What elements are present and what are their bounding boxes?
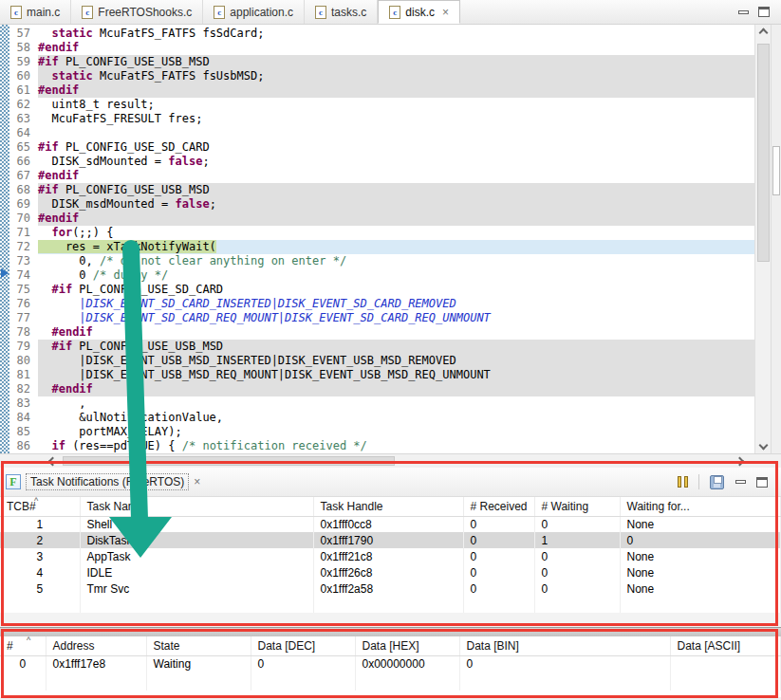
column-header[interactable]: Data [ASCII]: [670, 636, 781, 655]
code-line[interactable]: 81 |DISK_EVENT_USB_MSD_REQ_MOUNT|DISK_EV…: [9, 368, 754, 382]
table-row[interactable]: 1Shell0x1fff0cc800None: [0, 516, 781, 532]
cell: 1: [534, 532, 620, 548]
column-header[interactable]: State: [146, 636, 251, 655]
scroll-up-icon[interactable]: [759, 28, 769, 38]
vertical-scrollbar[interactable]: [754, 25, 771, 453]
code-line[interactable]: 80 |DISK_EVENT_USB_MSD_INSERTED|DISK_EVE…: [9, 354, 754, 368]
cell: IDLE: [80, 564, 313, 580]
code-line[interactable]: 61#endif: [9, 83, 754, 98]
splitter-sash[interactable]: [0, 627, 781, 636]
cell: 0x1fff1790: [313, 532, 463, 548]
code-line[interactable]: 59#if PL_CONFIG_USE_USB_MSD: [9, 55, 754, 69]
column-header[interactable]: Address: [46, 636, 146, 655]
maximize-icon[interactable]: [756, 477, 768, 488]
column-header[interactable]: # Waiting: [534, 497, 620, 516]
code-line[interactable]: 73 0, /* do not clear anything on enter …: [9, 254, 754, 268]
line-number: 74: [9, 268, 38, 283]
editor-tab-freertoshooks-c[interactable]: cFreeRTOShooks.c: [71, 0, 203, 24]
code-text: static McuFatFS_FATFS fsSdCard;: [38, 27, 754, 41]
c-file-icon: c: [389, 6, 400, 19]
save-icon[interactable]: [710, 475, 724, 489]
code-line[interactable]: 70#endif: [9, 212, 754, 226]
column-header[interactable]: Data [DEC]: [251, 636, 355, 655]
code-line[interactable]: 63 McuFatFS_FRESULT fres;: [9, 112, 754, 126]
code-text: 0, /* do not clear anything on enter */: [38, 254, 754, 268]
editor-tab-application-c[interactable]: capplication.c: [203, 0, 305, 24]
scroll-down-icon[interactable]: [759, 441, 769, 451]
code-line[interactable]: 74 0 /* dummy */: [9, 268, 754, 283]
code-line[interactable]: 83 ,: [9, 396, 754, 411]
code-text: #endif: [38, 41, 754, 55]
code-line[interactable]: 65#if PL_CONFIG_USE_SD_CARD: [9, 140, 754, 155]
sort-ascending-icon: ^: [34, 497, 38, 506]
editor-tab-main-c[interactable]: cmain.c: [0, 0, 71, 24]
code-line[interactable]: 68#if PL_CONFIG_USE_USB_MSD: [9, 183, 754, 197]
table-row[interactable]: 00x1fff17e8Waiting00x000000000: [0, 655, 781, 672]
column-header[interactable]: Task Name: [80, 497, 313, 516]
scroll-right-icon[interactable]: [735, 457, 745, 467]
column-header[interactable]: Task Handle: [313, 497, 463, 516]
editor-tab-tasks-c[interactable]: ctasks.c: [305, 0, 378, 24]
code-text: DISK_sdMounted = false;: [38, 155, 754, 169]
ide-window: cmain.ccFreeRTOShooks.ccapplication.ccta…: [0, 0, 781, 700]
minimize-icon[interactable]: [735, 477, 746, 487]
code-text: DISK_msdMounted = false;: [38, 197, 754, 212]
code-line[interactable]: 85 portMAX_DELAY);: [9, 425, 754, 439]
code-line[interactable]: 66 DISK_sdMounted = false;: [9, 155, 754, 169]
code-text: |DISK_EVENT_USB_MSD_INSERTED|DISK_EVENT_…: [38, 354, 754, 368]
table-row[interactable]: 3AppTask0x1fff21c800None: [0, 548, 781, 564]
column-header[interactable]: #^: [0, 636, 46, 655]
code-line[interactable]: 67#endif: [9, 169, 754, 183]
code-line[interactable]: 84 &ulNotificationValue,: [9, 411, 754, 425]
column-header[interactable]: Data [HEX]: [355, 636, 459, 655]
scroll-left-icon[interactable]: [48, 457, 58, 467]
view-tab-title[interactable]: Task Notifications (FreeRTOS): [26, 473, 189, 490]
code-line[interactable]: 71 for(;;) {: [9, 226, 754, 240]
horizontal-scrollbar[interactable]: [0, 453, 781, 468]
code-text: #endif: [38, 169, 754, 183]
code-line[interactable]: 72 res = xTaskNotifyWait(: [9, 240, 754, 254]
line-number: 83: [9, 396, 38, 411]
code-line[interactable]: 79 #if PL_CONFIG_USE_USB_MSD: [9, 340, 754, 354]
cell: DiskTask: [80, 532, 313, 548]
cell: 0: [463, 580, 534, 597]
horizontal-scrollbar-thumb[interactable]: [63, 456, 395, 466]
table-row[interactable]: 2DiskTask0x1fff1790010: [0, 532, 781, 548]
code-line[interactable]: 69 DISK_msdMounted = false;: [9, 197, 754, 212]
pause-icon[interactable]: [678, 476, 688, 488]
code-text: #endif: [38, 325, 754, 340]
column-header[interactable]: Data [BIN]: [459, 636, 670, 655]
column-header[interactable]: TCB#^: [0, 497, 80, 516]
cell: Waiting: [146, 655, 251, 672]
code-line[interactable]: 57 static McuFatFS_FATFS fsSdCard;: [9, 27, 754, 41]
notification-detail-table[interactable]: #^AddressStateData [DEC]Data [HEX]Data […: [0, 636, 781, 691]
maximize-icon[interactable]: [758, 7, 770, 17]
column-header[interactable]: Waiting for...: [620, 497, 781, 516]
editor-window-buttons: [737, 0, 781, 24]
overview-marker[interactable]: [772, 146, 780, 195]
code-line[interactable]: 75 #if PL_CONFIG_USE_SD_CARD: [9, 283, 754, 297]
code-text: ,: [38, 396, 754, 411]
code-line[interactable]: 86 if (res==pdTRUE) { /* notification re…: [9, 439, 754, 453]
cell: 0: [534, 548, 620, 564]
code-line[interactable]: 76 |DISK_EVENT_SD_CARD_INSERTED|DISK_EVE…: [9, 297, 754, 311]
task-notifications-table[interactable]: TCB#^Task NameTask Handle# Received# Wai…: [0, 497, 781, 613]
code-area[interactable]: 57 static McuFatFS_FATFS fsSdCard;58#end…: [9, 27, 754, 453]
code-line[interactable]: 64: [9, 126, 754, 140]
code-line[interactable]: 77 |DISK_EVENT_SD_CARD_REQ_MOUNT|DISK_EV…: [9, 311, 754, 325]
code-editor[interactable]: 57 static McuFatFS_FATFS fsSdCard;58#end…: [0, 25, 781, 453]
minimize-icon[interactable]: [737, 8, 749, 17]
column-header[interactable]: # Received: [463, 497, 534, 516]
editor-tab-disk-c[interactable]: cdisk.c×: [378, 0, 460, 24]
table-row[interactable]: 4IDLE0x1fff26c800None: [0, 564, 781, 580]
code-line[interactable]: 78 #endif: [9, 325, 754, 340]
vertical-scrollbar-thumb[interactable]: [757, 44, 770, 262]
code-line[interactable]: 58#endif: [9, 41, 754, 55]
table-row[interactable]: 5Tmr Svc0x1fff2a5800None: [0, 580, 781, 597]
close-icon[interactable]: ×: [442, 6, 449, 19]
code-line[interactable]: 82 #endif: [9, 382, 754, 396]
code-line[interactable]: 60 static McuFatFS_FATFS fsUsbMSD;: [9, 69, 754, 83]
code-line[interactable]: 62 uint8_t result;: [9, 98, 754, 112]
tab-label: main.c: [27, 6, 60, 19]
close-icon[interactable]: ×: [194, 475, 200, 488]
